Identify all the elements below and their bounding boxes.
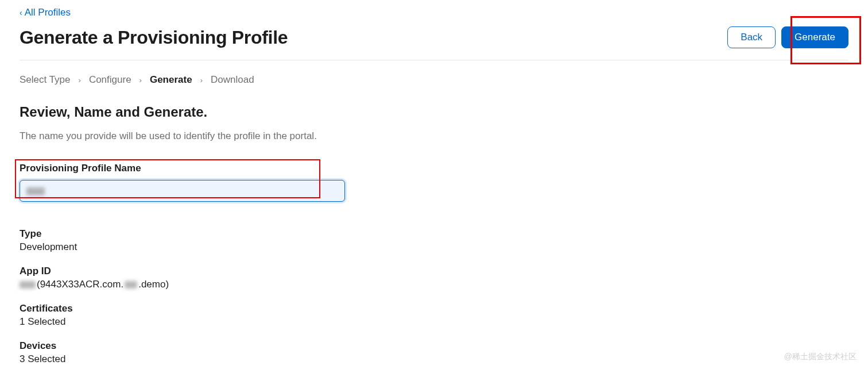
certificates-value: 1 Selected [20, 316, 848, 328]
type-info: Type Development [20, 228, 848, 253]
devices-info: Devices 3 Selected [20, 340, 848, 365]
generate-button[interactable]: Generate [781, 26, 848, 48]
devices-label: Devices [20, 340, 848, 352]
watermark-text: @稀土掘金技术社区 [784, 352, 857, 362]
page-header: Generate a Provisioning Profile Back Gen… [20, 26, 848, 60]
appid-mid: (9443X33ACR.com. [37, 279, 123, 290]
breadcrumb: Select Type › Configure › Generate › Dow… [20, 74, 848, 86]
appid-suffix: .demo) [138, 279, 169, 290]
chevron-left-icon: ‹ [20, 8, 22, 17]
profile-name-input[interactable] [20, 180, 345, 202]
breadcrumb-step-download: Download [211, 74, 254, 86]
back-link-text: All Profiles [25, 7, 71, 18]
certificates-label: Certificates [20, 303, 848, 314]
type-label: Type [20, 228, 848, 240]
page-title: Generate a Provisioning Profile [20, 27, 288, 48]
breadcrumb-step-configure[interactable]: Configure [89, 74, 131, 86]
redacted-text [20, 281, 36, 289]
appid-info: App ID (9443X33ACR.com. .demo) [20, 266, 848, 290]
section-description: The name you provide will be used to ide… [20, 130, 848, 142]
chevron-right-icon: › [79, 76, 81, 84]
chevron-right-icon: › [200, 76, 203, 84]
devices-value: 3 Selected [20, 353, 848, 365]
breadcrumb-step-select-type[interactable]: Select Type [20, 74, 71, 86]
all-profiles-link[interactable]: ‹ All Profiles [20, 7, 71, 18]
breadcrumb-step-generate: Generate [150, 74, 192, 86]
appid-value: (9443X33ACR.com. .demo) [20, 279, 848, 290]
chevron-right-icon: › [140, 76, 142, 84]
back-button[interactable]: Back [727, 26, 776, 48]
profile-name-field: Provisioning Profile Name [20, 163, 848, 202]
action-buttons: Back Generate [727, 26, 848, 48]
appid-label: App ID [20, 266, 848, 277]
section-title: Review, Name and Generate. [20, 104, 848, 120]
type-value: Development [20, 241, 848, 253]
certificates-info: Certificates 1 Selected [20, 303, 848, 328]
profile-name-label: Provisioning Profile Name [20, 163, 848, 174]
redacted-text [125, 281, 137, 289]
